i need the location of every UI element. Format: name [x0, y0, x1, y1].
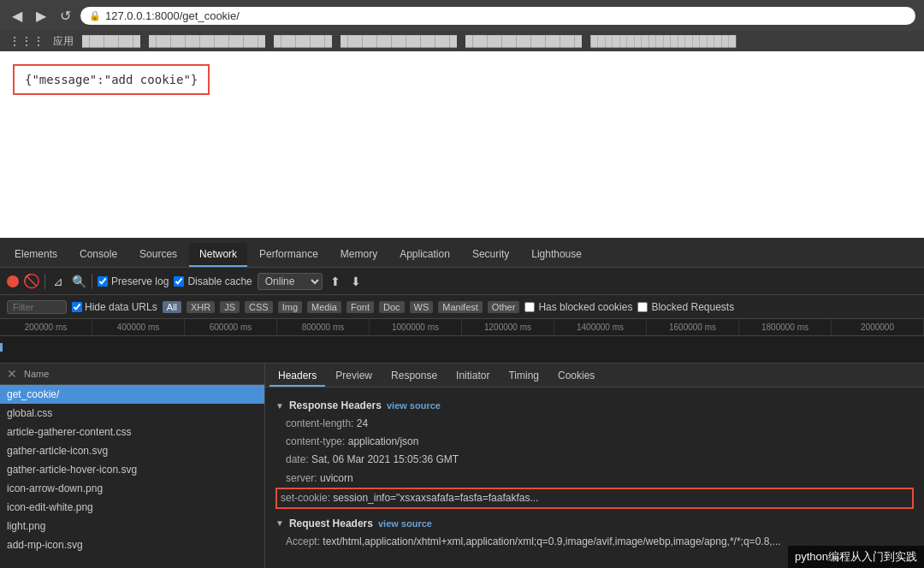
file-list-close[interactable]: ✕ — [7, 367, 17, 381]
header-date: date: Sat, 06 Mar 2021 15:05:36 GMT — [275, 451, 914, 469]
file-item-arrow-down[interactable]: icon-arrow-down.png — [0, 479, 264, 498]
watermark: python编程从入门到实践 — [788, 546, 924, 568]
request-headers-section: ▼ Request Headers view source — [275, 518, 914, 530]
export-button[interactable]: ⬇ — [348, 274, 364, 289]
search-button[interactable]: 🔍 — [71, 274, 86, 289]
bookmark-5[interactable]: ████████████████ — [465, 35, 582, 47]
tab-performance[interactable]: Performance — [249, 243, 329, 267]
toolbar-separator-2 — [92, 274, 92, 289]
throttle-select[interactable]: Online Fast 3G Slow 3G Offline — [258, 273, 323, 290]
blocked-requests-label[interactable]: Blocked Requests — [637, 301, 734, 313]
filter-font[interactable]: Font — [346, 301, 374, 313]
timeline-bars — [0, 336, 924, 364]
page-content: {"message":"add cookie"} — [0, 51, 924, 238]
tick-3: 600000 ms — [185, 319, 277, 335]
header-set-cookie: set-cookie: session_info="xsxaxsafafa=fa… — [275, 488, 914, 509]
tab-timing[interactable]: Timing — [500, 366, 548, 387]
response-headers-section: ▼ Response Headers view source — [275, 399, 914, 411]
hide-data-urls-checkbox[interactable] — [72, 302, 82, 312]
view-source-link[interactable]: view source — [387, 400, 441, 411]
file-item-get-cookie[interactable]: get_cookie/ — [0, 385, 264, 404]
headers-tabs: Headers Preview Response Initiator Timin… — [265, 364, 924, 388]
tab-elements[interactable]: Elements — [4, 243, 68, 267]
file-item-edit-white[interactable]: icon-edit-white.png — [0, 498, 264, 517]
filter-manifest[interactable]: Manifest — [438, 301, 483, 313]
file-item-article-gatherer[interactable]: article-gatherer-content.css — [0, 423, 264, 441]
preserve-log-checkbox[interactable] — [98, 276, 108, 287]
lock-icon: 🔒 — [89, 10, 101, 21]
timeline-ruler: 200000 ms 400000 ms 600000 ms 800000 ms … — [0, 319, 924, 336]
triangle-icon-2: ▼ — [275, 518, 284, 528]
browser-toolbar: ◀ ▶ ↺ 🔒 127.0.0.1:8000/get_cookie/ — [0, 0, 924, 31]
response-headers-label: Response Headers — [289, 399, 382, 411]
filter-doc[interactable]: Doc — [379, 301, 405, 313]
tab-preview[interactable]: Preview — [327, 366, 381, 387]
filter-xhr[interactable]: XHR — [187, 301, 215, 313]
filter-media[interactable]: Media — [307, 301, 341, 313]
file-item-light[interactable]: light.png — [0, 517, 264, 535]
forward-button[interactable]: ▶ — [33, 7, 50, 24]
file-list-header: ✕ Name — [0, 364, 264, 385]
import-button[interactable]: ⬆ — [328, 274, 343, 289]
has-blocked-cookies-label[interactable]: Has blocked cookies — [524, 301, 632, 313]
tick-1: 200000 ms — [0, 319, 92, 335]
record-button[interactable] — [7, 275, 19, 287]
bookmark-4[interactable]: ████████████████ — [341, 35, 457, 47]
timeline-area: 200000 ms 400000 ms 600000 ms 800000 ms … — [0, 319, 924, 364]
main-panel: ✕ Name get_cookie/ global.css article-ga… — [0, 364, 924, 568]
bookmark-6[interactable]: ████████████████████ — [590, 35, 736, 47]
tab-sources[interactable]: Sources — [129, 243, 187, 267]
reload-button[interactable]: ↺ — [56, 7, 74, 24]
tick-7: 1400000 ms — [554, 319, 647, 335]
back-button[interactable]: ◀ — [9, 7, 26, 24]
tab-memory[interactable]: Memory — [330, 243, 388, 267]
tab-application[interactable]: Application — [389, 243, 460, 267]
tab-initiator[interactable]: Initiator — [447, 366, 498, 387]
triangle-icon: ▼ — [275, 401, 284, 411]
tab-cookies[interactable]: Cookies — [549, 366, 603, 387]
tick-2: 400000 ms — [92, 319, 185, 335]
tab-headers[interactable]: Headers — [270, 366, 325, 387]
file-item-global-css[interactable]: global.css — [0, 404, 264, 423]
bookmark-3[interactable]: ████████ — [274, 35, 332, 47]
tab-console[interactable]: Console — [69, 243, 127, 267]
disable-cache-label[interactable]: Disable cache — [174, 275, 252, 287]
filter-img[interactable]: Img — [278, 301, 302, 313]
tick-5: 1000000 ms — [370, 319, 462, 335]
header-content-length: content-length: 24 — [275, 415, 914, 433]
bookmark-1[interactable]: ████████ — [82, 35, 140, 47]
tick-4: 800000 ms — [277, 319, 370, 335]
filter-js[interactable]: JS — [220, 301, 240, 313]
tab-lighthouse[interactable]: Lighthouse — [521, 243, 592, 267]
clear-button[interactable]: 🚫 — [24, 274, 39, 289]
json-response-box: {"message":"add cookie"} — [13, 64, 210, 95]
file-list-container: ✕ Name get_cookie/ global.css article-ga… — [0, 364, 265, 568]
tick-9: 1800000 ms — [739, 319, 832, 335]
filter-all[interactable]: All — [163, 301, 181, 313]
apps-icon: ⋮⋮⋮ — [9, 34, 44, 48]
bookmark-2[interactable]: ████████████████ — [149, 35, 265, 47]
name-column-header: Name — [24, 369, 49, 379]
has-blocked-checkbox[interactable] — [524, 302, 535, 312]
preserve-log-label[interactable]: Preserve log — [98, 275, 169, 287]
address-bar[interactable]: 🔒 127.0.0.1:8000/get_cookie/ — [80, 7, 915, 25]
devtools-tabs: Elements Console Sources Network Perform… — [0, 238, 924, 268]
file-item-gather-hover[interactable]: gather-article-hover-icon.svg — [0, 460, 264, 479]
request-view-source-link[interactable]: view source — [378, 518, 432, 529]
filter-css[interactable]: CSS — [245, 301, 273, 313]
filter-other[interactable]: Other — [488, 301, 520, 313]
tab-network[interactable]: Network — [189, 243, 247, 267]
filter-input[interactable] — [7, 300, 67, 314]
hide-data-urls-label[interactable]: Hide data URLs — [72, 301, 157, 313]
tab-response[interactable]: Response — [382, 366, 446, 387]
blocked-requests-checkbox[interactable] — [637, 302, 648, 312]
tick-10: 2000000 — [832, 319, 924, 335]
file-item-add-mp[interactable]: add-mp-icon.svg — [0, 535, 264, 554]
headers-panel: Headers Preview Response Initiator Timin… — [265, 364, 924, 568]
disable-cache-checkbox[interactable] — [174, 276, 184, 287]
file-item-gather-icon[interactable]: gather-article-icon.svg — [0, 441, 264, 460]
tab-security[interactable]: Security — [462, 243, 519, 267]
filter-ws[interactable]: WS — [410, 301, 434, 313]
header-content-type: content-type: application/json — [275, 433, 914, 451]
filter-toggle[interactable]: ⊿ — [50, 274, 66, 289]
